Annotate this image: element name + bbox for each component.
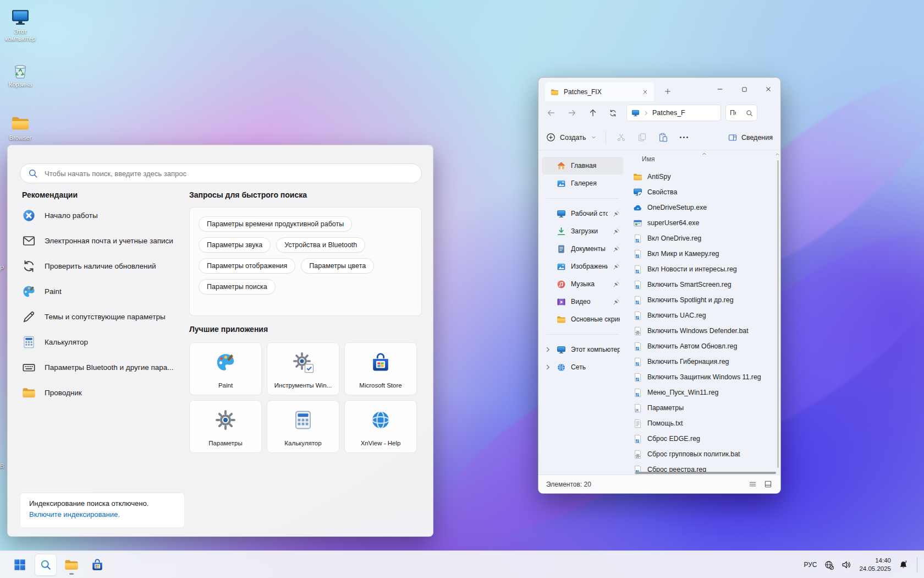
recommendation-get-started[interactable]: Начало работы <box>22 203 182 228</box>
language-indicator[interactable]: РУС <box>804 561 817 569</box>
file-row[interactable]: Параметры <box>626 400 775 416</box>
file-row[interactable]: Сброс EDGE.reg <box>626 431 775 446</box>
back-button[interactable] <box>543 105 559 121</box>
start-button[interactable] <box>9 554 31 576</box>
network-offline-icon[interactable] <box>824 560 834 570</box>
file-row[interactable]: Помощь.txt <box>626 416 775 431</box>
recommendation-paint[interactable]: Paint <box>22 279 182 304</box>
sidebar-item-this-pc[interactable]: Этот компьютер <box>542 341 623 358</box>
recommendation-themes[interactable]: Темы и сопутствующие параметры <box>22 304 182 329</box>
copy-button[interactable] <box>636 131 649 144</box>
explorer-tab[interactable]: Patches_FIX <box>545 82 654 102</box>
sidebar-item-home[interactable]: Главная <box>542 157 623 175</box>
sidebar-item-pictures[interactable]: Изображения <box>542 258 623 275</box>
new-tab-button[interactable] <box>662 85 674 97</box>
desktop-icon-this-pc[interactable]: Этот компьютер <box>0 8 41 42</box>
store-icon <box>91 558 104 571</box>
chevron-right-icon[interactable] <box>544 363 552 371</box>
tab-close-icon[interactable] <box>642 89 648 95</box>
file-row[interactable]: Включить Автом Обновл.reg <box>626 339 775 354</box>
details-pane-toggle[interactable]: Сведения <box>728 133 773 142</box>
cut-button[interactable] <box>615 131 628 144</box>
file-row[interactable]: Включить SmartScreen.reg <box>626 277 775 292</box>
sidebar-item-downloads[interactable]: Загрузки <box>542 222 623 240</box>
up-button[interactable] <box>585 105 601 121</box>
enable-indexing-link[interactable]: Включите индексирование. <box>29 510 175 519</box>
quick-search-pill[interactable]: Параметры звука <box>199 237 271 253</box>
view-list-button[interactable] <box>747 479 757 489</box>
quick-search-pill[interactable]: Параметры поиска <box>199 279 276 295</box>
taskbar-search-button[interactable] <box>35 554 57 576</box>
vertical-scrollbar[interactable] <box>777 160 779 468</box>
recommendation-calculator[interactable]: Калькулятор <box>22 329 182 355</box>
this-pc-icon <box>11 8 30 26</box>
clock[interactable]: 14:40 24.05.2025 <box>859 557 891 573</box>
recommendation-updates[interactable]: Проверить наличие обновлений <box>22 253 182 279</box>
speaker-icon[interactable] <box>842 560 851 570</box>
show-desktop-button[interactable] <box>917 557 919 572</box>
quick-search-pill[interactable]: Устройства и Bluetooth <box>276 237 365 253</box>
taskbar-explorer-button[interactable] <box>61 554 82 576</box>
close-button[interactable] <box>756 78 780 101</box>
batch-file-icon <box>633 326 642 336</box>
sidebar-item-music[interactable]: Музыка <box>542 275 623 293</box>
tab-strip: Patches_FIX <box>538 78 780 102</box>
scroll-up-icon[interactable] <box>774 151 780 157</box>
app-tile-xnview-help[interactable]: XnView - Help <box>344 400 417 453</box>
file-row[interactable]: Включить Spotlight и др.reg <box>626 292 775 308</box>
file-row[interactable]: Включить Гибернация.reg <box>626 354 775 369</box>
taskbar-store-button[interactable] <box>86 554 108 576</box>
sidebar-item-gallery[interactable]: Галерея <box>542 175 623 192</box>
file-row[interactable]: Включить Windows Defender.bat <box>626 323 775 339</box>
file-row[interactable]: Меню_Пуск_Win11.reg <box>626 385 775 400</box>
file-row[interactable]: Вкл Микр и Камеру.reg <box>626 246 775 261</box>
desktop-icon-browser-folder[interactable]: Browser <box>0 114 41 141</box>
file-row[interactable]: superUser64.exe <box>626 215 775 231</box>
file-row[interactable]: Вкл OneDrive.reg <box>626 231 775 246</box>
minimize-button[interactable] <box>708 78 732 101</box>
file-row[interactable]: Вкл Новости и интересы.reg <box>626 261 775 277</box>
file-row[interactable]: AntiSpy <box>626 169 775 184</box>
column-header-name[interactable]: Имя <box>642 155 654 163</box>
onedrive-cloud-icon <box>633 203 642 212</box>
horizontal-scrollbar[interactable] <box>635 472 776 474</box>
sort-ascending-icon <box>701 151 707 157</box>
create-new-button[interactable]: Создать <box>546 133 597 142</box>
recommendation-mail[interactable]: Электронная почта и учетные записи <box>22 228 182 253</box>
chevron-right-icon[interactable] <box>544 346 552 353</box>
forward-button[interactable] <box>564 105 580 121</box>
app-tile-settings[interactable]: Параметры <box>189 400 262 453</box>
arrow-left-icon <box>547 108 556 117</box>
recommendation-bluetooth-devices[interactable]: Параметры Bluetooth и другие пара... <box>22 355 182 380</box>
downloads-icon <box>557 227 566 236</box>
sidebar-item-screens-folder[interactable]: Основные скрины <box>542 310 623 328</box>
paste-button[interactable] <box>657 131 670 144</box>
maximize-button[interactable] <box>732 78 756 101</box>
address-bar[interactable]: Patches_FIX <box>626 105 721 121</box>
more-options-button[interactable] <box>680 131 688 144</box>
file-row[interactable]: Сброс групповых политик.bat <box>626 446 775 462</box>
sidebar-item-network[interactable]: Сеть <box>542 358 623 376</box>
sidebar-item-desktop[interactable]: Рабочий стол <box>542 205 623 222</box>
sidebar-item-videos[interactable]: Видео <box>542 293 623 310</box>
explorer-search-box[interactable]: Поиск <box>725 105 757 121</box>
desktop-icon-recycle-bin[interactable]: Корзина <box>0 61 41 88</box>
app-tile-calculator[interactable]: Калькулятор <box>267 400 339 453</box>
recommendation-explorer[interactable]: Проводник <box>22 380 182 405</box>
app-tile-microsoft-store[interactable]: Microsoft Store <box>344 342 417 395</box>
file-row[interactable]: OneDriveSetup.exe <box>626 200 775 215</box>
refresh-button[interactable] <box>604 105 621 121</box>
sidebar-item-documents[interactable]: Документы <box>542 240 623 258</box>
quick-search-pill[interactable]: Параметры отображения <box>199 258 295 274</box>
file-row[interactable]: Включить Защитник Windows 11.reg <box>626 369 775 385</box>
app-tile-paint[interactable]: Paint <box>189 342 262 395</box>
search-input[interactable] <box>45 170 414 178</box>
get-started-icon <box>22 209 36 222</box>
file-row[interactable]: Включить UAC.reg <box>626 308 775 323</box>
notification-bell-icon[interactable] <box>899 560 908 570</box>
quick-search-pill[interactable]: Параметры времени продуктивной работы <box>199 216 352 232</box>
view-icons-button[interactable] <box>763 479 773 489</box>
file-row[interactable]: Свойства <box>626 184 775 200</box>
quick-search-pill[interactable]: Параметры цвета <box>301 258 374 274</box>
app-tile-windows-tools[interactable]: Инструменты Win... <box>267 342 339 395</box>
